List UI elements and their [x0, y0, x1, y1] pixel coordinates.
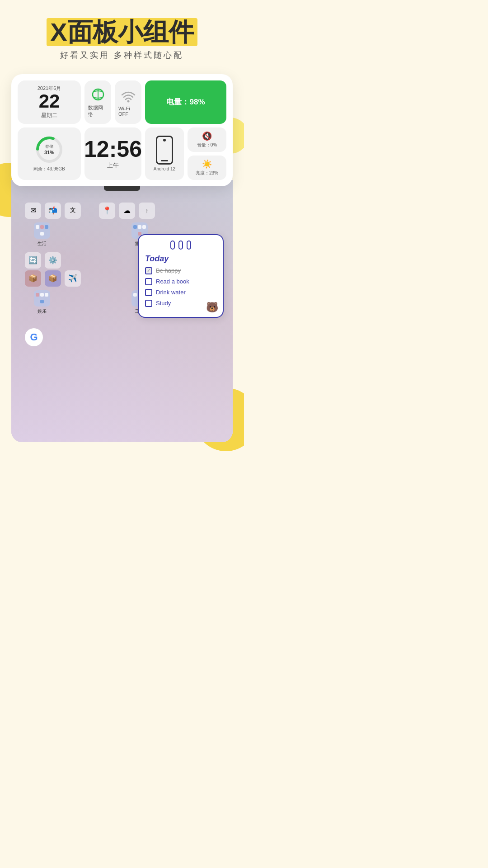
right-controls-group: 🔇 音量：0% Android 12 ☀️ 亮度：23% [145, 127, 226, 180]
todo-bear-icon: 🐻 [206, 302, 218, 313]
icon-row-1: ✉ 📬 文 📍 ☁ ↑ [25, 203, 219, 219]
folder-entertainment[interactable]: 娱乐 [34, 290, 50, 315]
volume-icon: 🔇 [202, 131, 212, 141]
phone-notch [163, 139, 166, 142]
app-icon-cloud[interactable]: ☁ [119, 203, 135, 219]
brightness-cell: ☀️ 亮度：23% [188, 156, 226, 180]
app-icon-box2[interactable]: 📦 [45, 270, 61, 287]
wifi-label: Wi-Fi OFF [118, 106, 138, 117]
app-icon-mail[interactable]: 📬 [45, 203, 61, 219]
storage-label-text: 存储 [45, 144, 53, 150]
wifi-cell: Wi-Fi OFF [115, 80, 141, 124]
wifi-icon [120, 88, 136, 104]
todo-item-2: Drink water [145, 289, 216, 296]
page-title: X面板小组件 [47, 18, 197, 46]
date-weekday: 星期二 [41, 112, 57, 119]
brightness-label: 亮度：23% [196, 170, 218, 176]
todo-checkbox-3[interactable] [145, 300, 152, 307]
app-icon-refresh[interactable]: 🔄 [25, 252, 41, 269]
network-icon [90, 86, 106, 103]
title-highlight: X面板小组件 [47, 18, 197, 46]
network-cell: 数据网络 [84, 80, 111, 124]
battery-label: 电量：98% [166, 97, 205, 107]
todo-checkbox-2[interactable] [145, 289, 152, 296]
date-day: 22 [39, 92, 60, 111]
battery-cell: 电量：98% [145, 80, 226, 124]
icon-group-2: 📍 ☁ ↑ [99, 203, 155, 219]
svg-point-2 [127, 100, 129, 102]
bottom-dock: G [11, 319, 233, 355]
phone-mock-cell: Android 12 [145, 127, 184, 180]
todo-widget: Today Be happy Read a book Drink water S… [138, 234, 224, 318]
widget-card: 2021年6月 22 星期二 数据网络 [11, 74, 233, 186]
storage-remaining: 剩余：43.96GB [33, 166, 65, 172]
todo-text-1: Read a book [156, 278, 189, 285]
folder-life-label: 生活 [38, 241, 47, 247]
todo-ring-3 [187, 241, 191, 250]
icon-group-1: ✉ 📬 文 [25, 203, 81, 219]
todo-item-1: Read a book [145, 278, 216, 285]
todo-item-0: Be happy [145, 267, 216, 274]
todo-ring-1 [170, 241, 175, 250]
app-icon-box1[interactable]: 📦 [25, 270, 41, 287]
volume-label: 音量：0% [197, 142, 217, 148]
phone-home-bar [161, 160, 168, 161]
app-icon-settings[interactable]: ⚙️ [45, 252, 61, 269]
todo-ring-2 [178, 241, 183, 250]
folder-life[interactable]: 生活 [34, 222, 50, 247]
storage-percent: 31% [44, 150, 54, 155]
app-icon-upload[interactable]: ↑ [139, 203, 155, 219]
brightness-icon: ☀️ [202, 159, 212, 169]
app-icon-email[interactable]: ✉ [25, 203, 41, 219]
google-icon[interactable]: G [25, 328, 43, 346]
page-subtitle: 好看又实用 多种样式随心配 [60, 50, 183, 61]
clock-time: 12:56 [84, 138, 142, 160]
app-icon-plane[interactable]: ✈️ [65, 270, 81, 287]
folder-entertainment-label: 娱乐 [38, 308, 47, 315]
phone-screen: ✉ 📬 文 📍 ☁ ↑ [11, 180, 233, 442]
clock-cell: 12:56 上午 [84, 127, 141, 180]
date-cell: 2021年6月 22 星期二 [18, 80, 81, 124]
storage-cell: 存储 31% 剩余：43.96GB [18, 127, 81, 180]
app-icon-location[interactable]: 📍 [99, 203, 115, 219]
todo-title: Today [145, 254, 216, 264]
android-label: Android 12 [154, 166, 175, 171]
todo-text-2: Drink water [156, 289, 186, 296]
todo-text-3: Study [156, 300, 171, 307]
phone-outline [156, 136, 173, 165]
app-icon-text[interactable]: 文 [65, 203, 81, 219]
todo-rings [145, 241, 216, 250]
volume-cell: 🔇 音量：0% [188, 127, 226, 152]
network-label: 数据网络 [88, 104, 108, 118]
todo-checkbox-0[interactable] [145, 267, 152, 274]
todo-text-0: Be happy [156, 267, 181, 274]
todo-checkbox-1[interactable] [145, 278, 152, 285]
clock-ampm: 上午 [107, 161, 119, 170]
